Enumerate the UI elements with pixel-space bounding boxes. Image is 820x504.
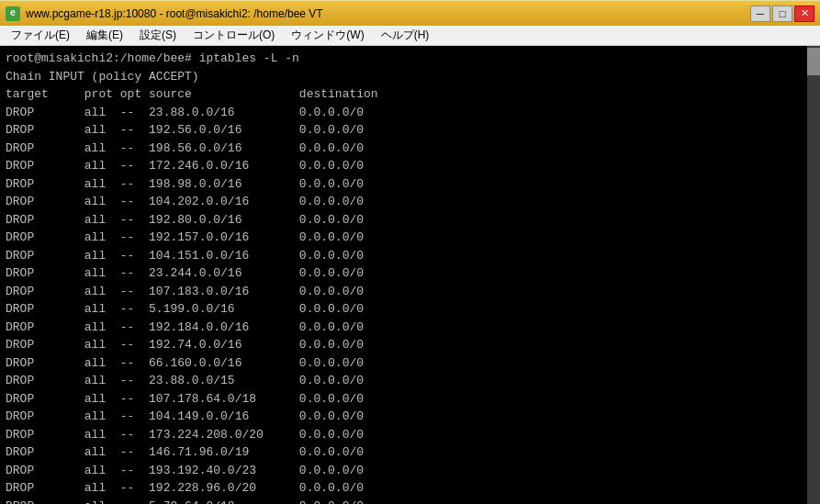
menu-edit[interactable]: 編集(E) <box>79 26 130 45</box>
menu-control[interactable]: コントロール(O) <box>185 26 282 45</box>
title-bar-left: e www.pcgame-r18.jp:10080 - root@misakic… <box>6 6 323 21</box>
title-bar-buttons: ─ □ ✕ <box>750 6 814 22</box>
terminal[interactable]: root@misakichi2:/home/bee# iptables -L -… <box>0 46 820 504</box>
menu-bar: ファイル(E) 編集(E) 設定(S) コントロール(O) ウィンドウ(W) ヘ… <box>0 26 820 46</box>
menu-settings[interactable]: 設定(S) <box>132 26 184 45</box>
app-icon: e <box>6 6 20 21</box>
maximize-button[interactable]: □ <box>772 6 792 22</box>
title-bar: e www.pcgame-r18.jp:10080 - root@misakic… <box>0 0 820 26</box>
terminal-content: root@misakichi2:/home/bee# iptables -L -… <box>6 50 814 504</box>
menu-help[interactable]: ヘルプ(H) <box>374 26 437 45</box>
title-bar-title: www.pcgame-r18.jp:10080 - root@misakichi… <box>26 7 323 20</box>
menu-window[interactable]: ウィンドウ(W) <box>284 26 371 45</box>
menu-file[interactable]: ファイル(E) <box>4 26 77 45</box>
scrollbar-thumb[interactable] <box>807 48 820 75</box>
close-button[interactable]: ✕ <box>794 6 814 22</box>
scrollbar[interactable] <box>807 46 820 504</box>
minimize-button[interactable]: ─ <box>750 6 770 22</box>
